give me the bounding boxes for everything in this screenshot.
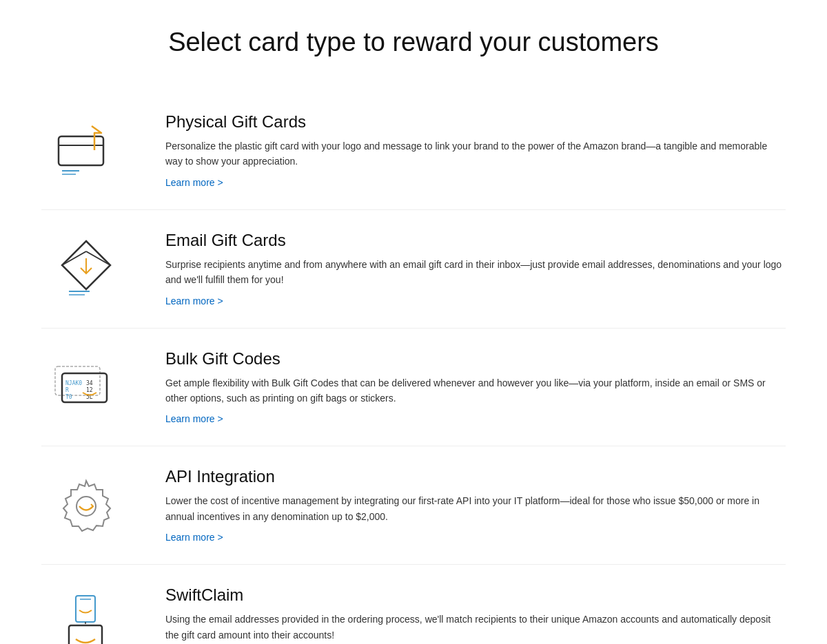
email-card-title: Email Gift Cards <box>165 231 786 250</box>
email-learn-more-link[interactable]: Learn more > <box>165 295 223 307</box>
api-gift-card-info: API Integration Lower the cost of incent… <box>165 467 786 543</box>
bulk-learn-more-link[interactable]: Learn more > <box>165 413 223 424</box>
svg-text:R​: R​ <box>65 387 69 393</box>
swiftclaim-card-title: SwiftClaim <box>165 585 786 605</box>
email-card-desc: Surprise recipients anytime and from any… <box>165 257 786 288</box>
api-card-desc: Lower the cost of incentive management b… <box>165 493 786 524</box>
physical-gift-card-icon <box>41 112 131 181</box>
bulk-gift-card-info: Bulk Gift Codes Get ample flexibility wi… <box>165 349 786 426</box>
email-gift-card-icon <box>41 231 131 300</box>
card-list: Physical Gift Cards Personalize the plas… <box>41 92 786 644</box>
bulk-gift-codes-icon: NJAK0 34 R​ 12 T0 5L <box>41 349 131 418</box>
svg-text:T0: T0 <box>65 394 72 400</box>
bulk-card-desc: Get ample flexibility with Bulk Gift Cod… <box>165 375 786 406</box>
main-content: Select card type to reward your customer… <box>0 0 827 644</box>
physical-card-title: Physical Gift Cards <box>165 112 786 132</box>
swiftclaim-card-desc: Using the email addresses provided in th… <box>165 612 786 643</box>
card-item-bulk: NJAK0 34 R​ 12 T0 5L Bulk Gift Codes Get… <box>41 329 786 447</box>
card-item-api: API Integration Lower the cost of incent… <box>41 446 786 565</box>
svg-text:NJAK0: NJAK0 <box>65 380 82 386</box>
card-item-email: Email Gift Cards Surprise recipients any… <box>41 210 786 329</box>
physical-card-desc: Personalize the plastic gift card with y… <box>165 138 786 169</box>
page-title: Select card type to reward your customer… <box>41 28 786 57</box>
svg-rect-0 <box>59 136 103 165</box>
card-item-physical: Physical Gift Cards Personalize the plas… <box>41 92 786 210</box>
svg-text:12: 12 <box>86 387 93 393</box>
bulk-card-title: Bulk Gift Codes <box>165 349 786 368</box>
api-card-title: API Integration <box>165 467 786 486</box>
physical-gift-card-info: Physical Gift Cards Personalize the plas… <box>165 112 786 189</box>
api-integration-icon <box>41 467 131 536</box>
api-learn-more-link[interactable]: Learn more > <box>165 532 223 543</box>
physical-learn-more-link[interactable]: Learn more > <box>165 177 223 188</box>
email-gift-card-info: Email Gift Cards Surprise recipients any… <box>165 231 786 307</box>
swiftclaim-gift-card-info: SwiftClaim Using the email addresses pro… <box>165 585 786 644</box>
card-item-swiftclaim: SwiftClaim Using the email addresses pro… <box>41 565 786 644</box>
swiftclaim-icon <box>41 585 131 644</box>
svg-text:34: 34 <box>86 380 93 386</box>
svg-rect-21 <box>69 625 102 644</box>
